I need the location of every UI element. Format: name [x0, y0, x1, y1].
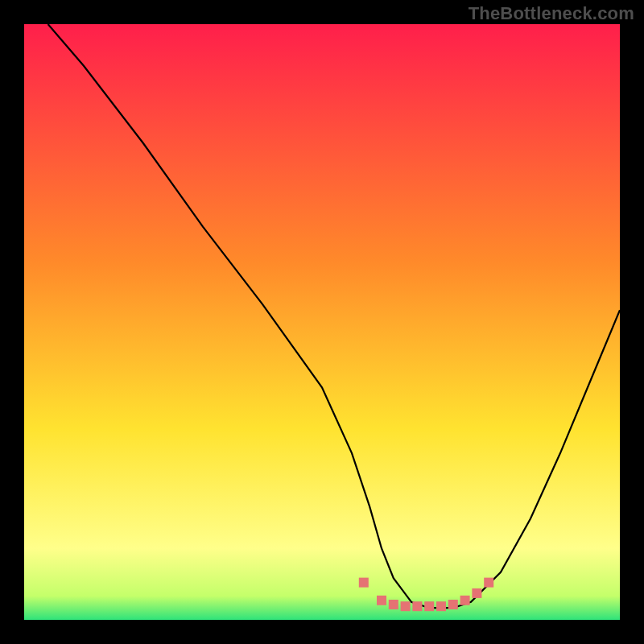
svg-rect-6	[436, 601, 446, 611]
chart-frame: TheBottleneck.com	[0, 0, 644, 644]
svg-rect-2	[389, 600, 398, 609]
svg-rect-7	[448, 600, 458, 609]
svg-rect-9	[472, 588, 481, 598]
chart-plot-area	[24, 24, 620, 620]
svg-rect-4	[412, 601, 422, 611]
svg-rect-8	[460, 596, 470, 605]
svg-rect-1	[377, 596, 386, 605]
watermark-text: TheBottleneck.com	[469, 3, 634, 24]
svg-rect-5	[424, 601, 434, 611]
svg-rect-10	[484, 578, 493, 588]
gradient-background	[24, 24, 620, 620]
svg-rect-0	[359, 578, 369, 588]
svg-rect-3	[401, 601, 411, 611]
